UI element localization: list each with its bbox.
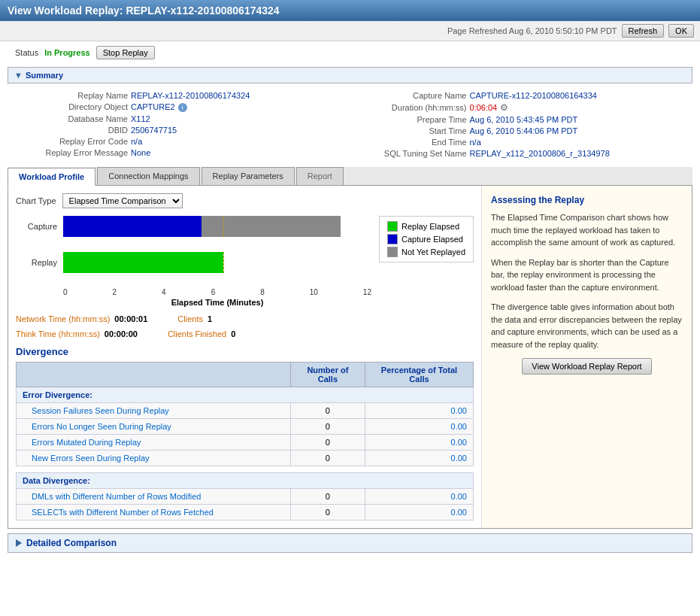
end-time-row: End Time n/a: [354, 138, 686, 147]
x-axis-label: Elapsed Time (Minutes): [63, 298, 371, 307]
assessing-title: Assessing the Replay: [491, 195, 683, 205]
summary-grid: Replay Name REPLAY-x112-20100806174324 D…: [0, 86, 700, 162]
div-data-row-1: SELECTs with Different Number of Rows Fe…: [17, 505, 474, 520]
div-row-1-label: Errors No Longer Seen During Replay: [17, 419, 291, 435]
duration-row: Duration (hh:mm:ss) 0:06:04 ⚙: [354, 102, 686, 113]
div-col-name: [17, 363, 291, 387]
div-row-1-pct: 0.00: [365, 419, 473, 435]
clients-finished-value: 0: [231, 329, 235, 338]
divergence-title: Divergence: [16, 346, 474, 357]
not-yet-replayed-box: [387, 247, 398, 257]
error-msg-label: Replay Error Message: [15, 148, 128, 157]
status-label: Status: [15, 48, 38, 57]
tab-replay-parameters[interactable]: Replay Parameters: [202, 167, 295, 185]
start-time-row: Start Time Aug 6, 2010 5:44:06 PM PDT: [354, 126, 686, 135]
page-title: View Workload Replay: REPLAY-x112-201008…: [8, 5, 280, 17]
page-header: View Workload Replay: REPLAY-x112-201008…: [0, 0, 700, 21]
x-tick-8: 8: [260, 288, 265, 296]
summary-left: Replay Name REPLAY-x112-20100806174324 D…: [15, 91, 347, 158]
legend-capture-elapsed: Capture Elapsed: [387, 234, 465, 244]
stats-row2: Think Time (hh:mm:ss) 00:00:00 Clients F…: [16, 329, 474, 338]
capture-bar-label: Capture: [16, 222, 57, 231]
div-row-0-calls: 0: [290, 403, 365, 419]
view-report-button[interactable]: View Workload Replay Report: [522, 358, 651, 375]
think-time-value: 00:00:00: [105, 329, 138, 338]
replay-bar-label: Replay: [16, 258, 57, 267]
detailed-comparison-label: Detailed Comparison: [26, 538, 117, 548]
div-row-2-label: Errors Mutated During Replay: [17, 435, 291, 451]
capture-name-row: Capture Name CAPTURE-x112-20100806164334: [354, 91, 686, 100]
capture-gray-bar: [202, 216, 340, 237]
db-name-value: X112: [131, 114, 150, 123]
tab-workload-profile[interactable]: Workload Profile: [8, 168, 95, 186]
status-value: In Progress: [44, 48, 90, 57]
clients-finished-label: Clients Finished: [168, 329, 226, 338]
div-row-3: New Errors Seen During Replay 0 0.00: [17, 451, 474, 466]
tab-connection-mappings[interactable]: Connection Mappings: [97, 167, 199, 185]
div-data-row-1-label: SELECTs with Different Number of Rows Fe…: [17, 505, 291, 520]
div-data-row-0: DMLs with Different Number of Rows Modif…: [17, 489, 474, 505]
sql-tuning-value: REPLAY_x112_20100806_r_3134978: [470, 149, 610, 158]
dir-object-info-icon[interactable]: i: [178, 103, 187, 112]
triangle-right-icon: [16, 539, 22, 547]
x-tick-12: 12: [363, 288, 371, 296]
data-divergence-label: Data Divergence:: [17, 473, 474, 489]
network-time-value: 00:00:01: [114, 314, 147, 323]
duration-gear-icon[interactable]: ⚙: [500, 102, 508, 113]
div-row-0: Session Failures Seen During Replay 0 0.…: [17, 403, 474, 419]
replay-name-value: REPLAY-x112-20100806174324: [131, 91, 250, 100]
clients-value: 1: [208, 314, 212, 323]
capture-elapsed-label: Capture Elapsed: [402, 235, 463, 244]
prepare-time-label: Prepare Time: [354, 115, 467, 124]
stats-row: Network Time (hh:mm:ss) 00:00:01 Clients…: [16, 314, 474, 323]
div-row-1-calls: 0: [290, 419, 365, 435]
x-axis: 0 2 4 6 8 10 12: [63, 288, 371, 296]
duration-label: Duration (hh:mm:ss): [354, 103, 467, 112]
start-time-label: Start Time: [354, 126, 467, 135]
network-time-stat: Network Time (hh:mm:ss) 00:00:01: [16, 314, 147, 323]
tabs-bar: Workload Profile Connection Mappings Rep…: [8, 167, 692, 186]
x-tick-2: 2: [113, 288, 117, 296]
chart-type-label: Chart Type: [16, 196, 56, 205]
end-time-label: End Time: [354, 138, 467, 147]
think-time-label: Think Time (hh:mm:ss): [16, 329, 100, 338]
chart-type-select[interactable]: Elapsed Time Comparison: [62, 193, 183, 208]
legend-replay-elapsed: Replay Elapsed: [387, 221, 465, 232]
tab-report[interactable]: Report: [296, 167, 344, 185]
start-time-value: Aug 6, 2010 5:44:06 PM PDT: [470, 126, 578, 135]
prepare-time-row: Prepare Time Aug 6, 2010 5:43:45 PM PDT: [354, 115, 686, 124]
network-time-label: Network Time (hh:mm:ss): [16, 314, 110, 323]
prepare-time-value: Aug 6, 2010 5:43:45 PM PDT: [470, 115, 578, 124]
replay-green-bar: [63, 252, 223, 273]
x-tick-4: 4: [162, 288, 166, 296]
assessing-para2: When the Replay bar is shorter than the …: [491, 256, 683, 294]
assessing-panel: Assessing the Replay The Elapsed Time Co…: [481, 186, 692, 528]
sql-tuning-row: SQL Tuning Set Name REPLAY_x112_20100806…: [354, 149, 686, 158]
replay-bar-container: [63, 252, 371, 273]
chart-legend: Replay Elapsed Capture Elapsed Not Yet R…: [379, 216, 474, 262]
div-col-calls: Number of Calls: [290, 363, 365, 387]
db-name-label: Database Name: [15, 114, 128, 123]
div-row-0-pct: 0.00: [365, 403, 473, 419]
div-row-0-label: Session Failures Seen During Replay: [17, 403, 291, 419]
div-data-row-1-pct: 0.00: [365, 505, 473, 520]
legend-not-yet-replayed: Not Yet Replayed: [387, 247, 465, 257]
top-bar: Page Refreshed Aug 6, 2010 5:50:10 PM PD…: [0, 21, 700, 41]
div-row-1: Errors No Longer Seen During Replay 0 0.…: [17, 419, 474, 435]
chart-type-row: Chart Type Elapsed Time Comparison: [16, 193, 474, 208]
error-code-label: Replay Error Code: [15, 137, 128, 146]
div-row-3-calls: 0: [290, 451, 365, 466]
stop-replay-button[interactable]: Stop Replay: [96, 46, 155, 59]
detailed-comparison-bar[interactable]: Detailed Comparison: [8, 533, 692, 553]
refresh-button[interactable]: Refresh: [622, 24, 665, 38]
x-tick-10: 10: [310, 288, 318, 296]
replay-bar-row: Replay: [16, 252, 371, 273]
replay-name-row: Replay Name REPLAY-x112-20100806174324: [15, 91, 347, 100]
x-tick-6: 6: [211, 288, 216, 296]
x-tick-0: 0: [63, 288, 68, 296]
clients-stat: Clients 1: [177, 314, 212, 323]
ok-button[interactable]: OK: [668, 24, 694, 38]
summary-title: Summary: [26, 71, 63, 80]
capture-name-value: CAPTURE-x112-20100806164334: [470, 91, 597, 100]
assessing-para3: The divergence table gives information a…: [491, 301, 683, 350]
